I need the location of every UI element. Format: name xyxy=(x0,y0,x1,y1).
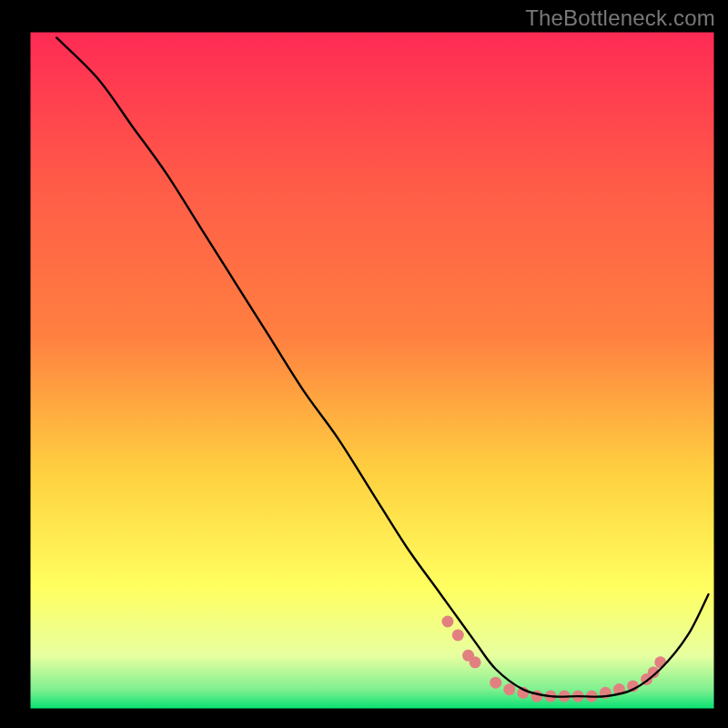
data-dot xyxy=(441,616,453,628)
data-dot xyxy=(503,683,515,695)
gradient-background xyxy=(29,31,715,710)
data-dot xyxy=(470,656,481,668)
chart-container: TheBottleneck.com xyxy=(0,0,728,728)
data-dot xyxy=(452,629,464,641)
chart-svg xyxy=(0,0,728,728)
watermark-text: TheBottleneck.com xyxy=(525,5,715,31)
data-dot xyxy=(490,677,501,689)
